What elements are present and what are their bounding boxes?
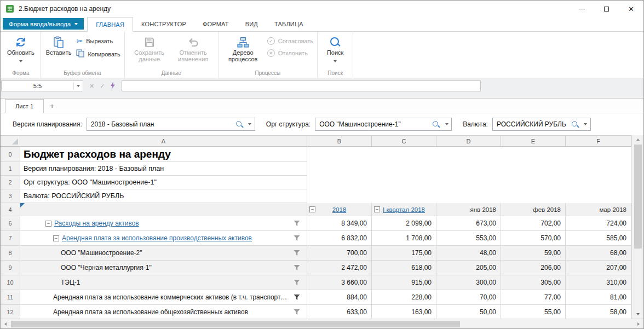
column-header-c[interactable]: C xyxy=(372,136,436,147)
row-header-3[interactable]: 3 xyxy=(1,189,20,203)
chevron-down-icon[interactable] xyxy=(245,118,255,130)
column-header-b[interactable]: B xyxy=(307,136,372,147)
row-header-12[interactable]: 12 xyxy=(1,305,20,319)
save-data-button[interactable]: Сохранить данные xyxy=(128,33,171,62)
ribbon-tab-5[interactable]: ТАБЛИЦА xyxy=(266,17,312,31)
scroll-down-button[interactable] xyxy=(632,310,643,319)
search-icon[interactable] xyxy=(571,120,579,129)
value-cell[interactable]: 163,00 xyxy=(372,305,436,319)
info-cell-row-0[interactable]: Бюджет расходов на аренду xyxy=(20,147,307,162)
row-label-cell[interactable]: ТЭЦ-1 xyxy=(20,275,307,290)
ribbon-tab-3[interactable]: ФОРМАТ xyxy=(194,17,237,31)
column-header-d[interactable]: D xyxy=(436,136,501,147)
filter-icon[interactable] xyxy=(294,280,300,286)
period-link[interactable]: I квартал 2018 xyxy=(383,206,425,213)
value-cell[interactable]: 310,00 xyxy=(566,275,631,290)
info-cell-row-2[interactable]: Орг структура: ООО "Машиностроение-1" xyxy=(20,176,307,189)
value-cell[interactable]: 915,00 xyxy=(372,275,436,290)
value-cell[interactable]: 1 708,00 xyxy=(372,231,436,246)
function-icon[interactable] xyxy=(110,82,116,90)
value-cell[interactable]: 724,00 xyxy=(566,216,631,231)
org-combobox[interactable]: ООО "Машиностроение-1" xyxy=(315,118,452,131)
scroll-left-button[interactable] xyxy=(1,319,10,328)
row-header-1[interactable]: 1 xyxy=(1,162,20,176)
value-cell[interactable]: 68,00 xyxy=(566,246,631,261)
value-cell[interactable]: 8 349,00 xyxy=(307,216,372,231)
value-cell[interactable]: 50,00 xyxy=(436,305,501,319)
value-cell[interactable]: 884,00 xyxy=(307,290,372,305)
period-header[interactable]: −2018 xyxy=(307,203,372,216)
maximize-button[interactable] xyxy=(594,1,619,17)
approve-button[interactable]: ✓ Согласовать xyxy=(267,37,313,45)
collapse-icon[interactable]: − xyxy=(374,206,380,212)
column-header-a[interactable]: A xyxy=(20,136,307,147)
empty-cells[interactable] xyxy=(307,176,631,189)
row-header-10[interactable]: 10 xyxy=(1,275,20,290)
formula-input[interactable] xyxy=(122,80,481,91)
row-header-7[interactable]: 7 xyxy=(1,231,20,246)
row-label-cell[interactable]: −Арендная плата за использование произво… xyxy=(20,231,307,246)
row-header-9[interactable]: 9 xyxy=(1,261,20,275)
value-cell[interactable]: 81,00 xyxy=(566,290,631,305)
chevron-down-icon[interactable] xyxy=(74,85,83,87)
search-icon[interactable] xyxy=(235,120,244,129)
period-header[interactable]: мар 2018 xyxy=(566,203,631,216)
value-cell[interactable]: 228,00 xyxy=(372,290,436,305)
value-cell[interactable]: 207,00 xyxy=(566,261,631,275)
horizontal-scrollbar[interactable] xyxy=(1,319,643,328)
undo-changes-button[interactable]: Отменить изменения xyxy=(171,33,215,62)
row-header-4[interactable]: 4 xyxy=(1,203,20,216)
value-cell[interactable]: 585,00 xyxy=(566,231,631,246)
period-link[interactable]: 2018 xyxy=(332,206,347,213)
period-header[interactable]: −I квартал 2018 xyxy=(372,203,436,216)
value-cell[interactable]: 3 660,00 xyxy=(307,275,372,290)
period-header-row-label-cell[interactable] xyxy=(20,203,307,216)
filter-icon[interactable] xyxy=(294,235,300,241)
row-label[interactable]: Арендная плата за использование производ… xyxy=(62,234,252,242)
value-cell[interactable]: 702,00 xyxy=(501,216,566,231)
value-cell[interactable]: 58,00 xyxy=(566,305,631,319)
sheet-tab-active[interactable]: Лист 1 xyxy=(5,99,44,113)
paste-button[interactable]: Вставить xyxy=(43,33,74,56)
refresh-button[interactable]: Обновить xyxy=(4,33,37,64)
filter-icon[interactable] xyxy=(294,221,300,227)
value-cell[interactable]: 633,00 xyxy=(307,305,372,319)
copy-button[interactable]: Копировать xyxy=(76,49,120,59)
value-cell[interactable]: 673,00 xyxy=(436,216,501,231)
info-cell-row-1[interactable]: Версия планирования: 2018 - Базовый план xyxy=(20,162,307,176)
column-header-e[interactable]: E xyxy=(501,136,566,147)
row-label-cell[interactable]: ООО "Черная металлургия-1" xyxy=(20,261,307,275)
value-cell[interactable]: 700,00 xyxy=(307,246,372,261)
filter-icon[interactable] xyxy=(294,250,300,256)
minimize-button[interactable] xyxy=(570,1,594,17)
reject-button[interactable]: ✕ Отклонить xyxy=(267,49,313,57)
value-cell[interactable]: 70,00 xyxy=(436,290,501,305)
value-cell[interactable]: 206,00 xyxy=(501,261,566,275)
add-sheet-button[interactable]: + xyxy=(44,99,60,113)
row-header-2[interactable]: 2 xyxy=(1,176,20,189)
vertical-scrollbar[interactable] xyxy=(631,135,643,319)
scroll-right-button[interactable] xyxy=(634,319,643,328)
select-all-corner[interactable] xyxy=(1,136,20,147)
value-cell[interactable]: 55,00 xyxy=(501,305,566,319)
chevron-down-icon[interactable] xyxy=(581,118,590,130)
value-cell[interactable]: 300,00 xyxy=(436,275,501,290)
row-label-cell[interactable]: ООО "Машиностроение-2" xyxy=(20,246,307,261)
filter-icon[interactable] xyxy=(294,309,300,315)
value-cell[interactable]: 6 832,00 xyxy=(307,231,372,246)
collapse-icon[interactable]: − xyxy=(309,206,315,212)
search-icon[interactable] xyxy=(432,120,440,129)
collapse-icon[interactable]: − xyxy=(53,235,59,241)
value-cell[interactable]: 205,00 xyxy=(436,261,501,275)
confirm-entry-icon[interactable]: ✓ xyxy=(100,83,105,89)
filter-icon[interactable] xyxy=(294,265,300,271)
value-cell[interactable]: 59,00 xyxy=(501,246,566,261)
value-cell[interactable]: 553,00 xyxy=(436,231,501,246)
row-header-8[interactable]: 8 xyxy=(1,246,20,261)
ribbon-tab-4[interactable]: ВИД xyxy=(237,17,266,31)
value-cell[interactable]: 305,00 xyxy=(501,275,566,290)
row-header-0[interactable]: 0 xyxy=(1,147,20,162)
cancel-entry-icon[interactable]: ✕ xyxy=(89,83,94,89)
scroll-up-button[interactable] xyxy=(632,135,643,144)
value-cell[interactable]: 618,00 xyxy=(372,261,436,275)
